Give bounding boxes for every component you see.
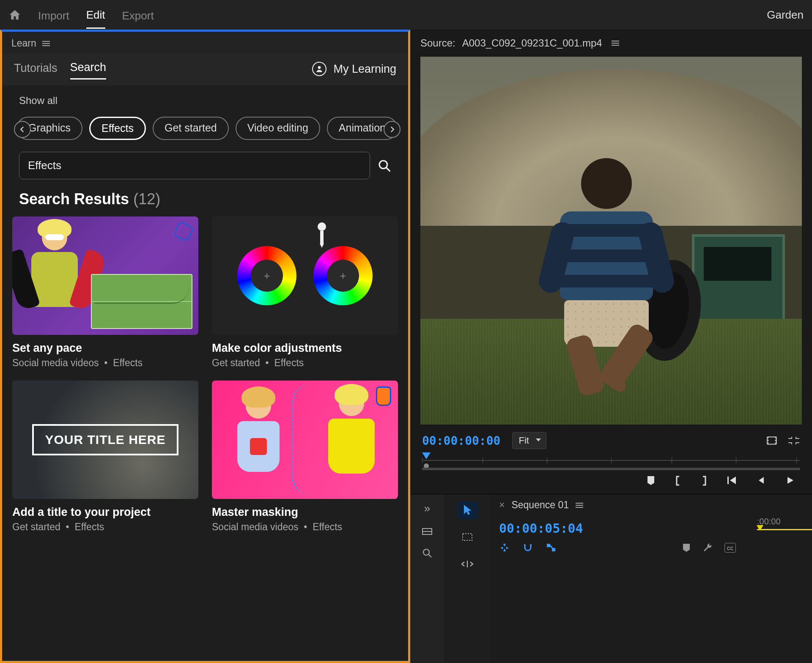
results-heading: Search Results (12) bbox=[2, 188, 408, 216]
selection-tool-icon[interactable] bbox=[457, 501, 477, 519]
svg-rect-9 bbox=[775, 442, 776, 444]
captions-icon[interactable]: cc bbox=[724, 543, 736, 553]
tab-edit[interactable]: Edit bbox=[86, 1, 105, 29]
source-timecode[interactable]: 00:00:00:00 bbox=[422, 434, 500, 448]
search-icon[interactable] bbox=[378, 159, 391, 173]
svg-line-17 bbox=[428, 554, 431, 557]
thumbnail bbox=[212, 381, 398, 499]
linked-selection-icon[interactable] bbox=[546, 542, 557, 553]
svg-point-0 bbox=[318, 66, 321, 69]
subtab-search[interactable]: Search bbox=[70, 58, 107, 79]
source-label: Source: bbox=[420, 37, 455, 49]
wrench-icon[interactable] bbox=[702, 542, 713, 553]
card-title: Master masking bbox=[212, 506, 398, 519]
eyedropper-icon bbox=[316, 222, 328, 244]
chip-scroll-left[interactable] bbox=[14, 121, 31, 138]
clip-tool-icon[interactable] bbox=[422, 527, 433, 536]
card-meta: Social media videos • Effects bbox=[212, 521, 398, 533]
tab-import[interactable]: Import bbox=[38, 2, 69, 28]
card-title: Make color adjustments bbox=[212, 342, 398, 355]
tab-export[interactable]: Export bbox=[122, 2, 154, 28]
card-title: Set any pace bbox=[12, 342, 198, 355]
panel-menu-icon[interactable] bbox=[42, 41, 50, 46]
thumbnail bbox=[212, 216, 398, 335]
chip-video-editing[interactable]: Video editing bbox=[236, 117, 320, 140]
source-monitor-area: Source: A003_C092_09231C_001.mp4 bbox=[410, 30, 812, 663]
snap-icon[interactable] bbox=[499, 542, 510, 553]
transport-controls bbox=[410, 467, 812, 494]
thumbnail: YOUR TITLE HERE bbox=[12, 381, 198, 499]
timeline-timecode[interactable]: 00:00:05:04 bbox=[499, 521, 736, 536]
tutorial-card[interactable]: Make color adjustments Get started • Eff… bbox=[212, 216, 398, 369]
sequence-name[interactable]: Sequence 01 bbox=[511, 499, 569, 511]
step-back-icon[interactable] bbox=[756, 475, 766, 486]
top-navbar: Import Edit Export Garden bbox=[0, 0, 812, 30]
chip-get-started[interactable]: Get started bbox=[153, 117, 229, 140]
svg-rect-19 bbox=[463, 534, 472, 540]
timeline-ruler[interactable]: :00:00 bbox=[757, 517, 804, 530]
film-strip-icon[interactable] bbox=[766, 436, 777, 445]
svg-marker-21 bbox=[503, 544, 506, 547]
show-all-link[interactable]: Show all bbox=[2, 85, 408, 112]
card-meta: Get started • Effects bbox=[212, 357, 398, 369]
card-meta: Get started • Effects bbox=[12, 521, 198, 533]
thumbnail bbox=[12, 216, 198, 335]
tool-column: » bbox=[410, 494, 444, 663]
panel-title: Learn bbox=[11, 38, 36, 49]
svg-marker-11 bbox=[730, 477, 736, 484]
svg-rect-27 bbox=[547, 544, 550, 547]
subtab-tutorials[interactable]: Tutorials bbox=[14, 59, 58, 79]
chip-effects[interactable]: Effects bbox=[89, 117, 146, 140]
svg-point-1 bbox=[379, 161, 387, 169]
expand-tools-icon[interactable]: » bbox=[424, 502, 430, 515]
home-icon[interactable] bbox=[8, 8, 21, 21]
svg-marker-13 bbox=[787, 477, 793, 484]
zoom-fit-select[interactable]: Fit bbox=[512, 432, 546, 449]
ripple-tool-icon[interactable] bbox=[457, 528, 477, 546]
tutorial-card[interactable]: Master masking Social media videos • Eff… bbox=[212, 381, 398, 533]
svg-marker-12 bbox=[759, 477, 764, 484]
svg-marker-24 bbox=[503, 548, 506, 551]
svg-point-16 bbox=[423, 549, 429, 555]
my-learning-button[interactable]: My Learning bbox=[312, 62, 396, 76]
edit-tools-column bbox=[444, 494, 491, 663]
source-menu-icon[interactable] bbox=[612, 41, 619, 46]
out-bracket-icon[interactable] bbox=[700, 475, 708, 486]
marker-icon[interactable] bbox=[646, 475, 656, 486]
my-learning-label: My Learning bbox=[333, 63, 396, 76]
search-input[interactable] bbox=[19, 152, 370, 179]
svg-rect-7 bbox=[775, 437, 776, 438]
learn-panel: Learn Tutorials Search My Learning Show … bbox=[0, 30, 410, 663]
magnet-icon[interactable] bbox=[523, 542, 533, 553]
close-icon[interactable]: × bbox=[499, 499, 505, 511]
svg-line-2 bbox=[386, 167, 390, 171]
sequence-menu-icon[interactable] bbox=[576, 503, 583, 508]
slip-tool-icon[interactable] bbox=[457, 555, 477, 573]
marker-icon[interactable] bbox=[682, 543, 691, 552]
chip-scroll-right[interactable] bbox=[384, 121, 401, 138]
tutorial-card[interactable]: YOUR TITLE HERE Add a title to your proj… bbox=[12, 381, 198, 533]
svg-marker-23 bbox=[506, 547, 509, 549]
in-bracket-icon[interactable] bbox=[674, 475, 682, 486]
user-icon bbox=[312, 62, 326, 76]
search-tool-icon[interactable] bbox=[422, 548, 432, 558]
svg-rect-5 bbox=[767, 440, 768, 441]
video-preview[interactable] bbox=[420, 57, 802, 425]
project-name: Garden bbox=[767, 8, 804, 22]
source-filename: A003_C092_09231C_001.mp4 bbox=[462, 37, 602, 49]
title-placeholder: YOUR TITLE HERE bbox=[32, 424, 178, 455]
source-ruler[interactable] bbox=[422, 454, 800, 467]
go-to-in-icon[interactable] bbox=[727, 475, 738, 486]
svg-rect-4 bbox=[767, 437, 768, 438]
svg-marker-18 bbox=[464, 505, 472, 515]
filter-chips: Graphics Effects Get started Video editi… bbox=[2, 112, 408, 148]
svg-rect-10 bbox=[727, 477, 729, 484]
tutorial-card[interactable]: Set any pace Social media videos • Effec… bbox=[12, 216, 198, 369]
play-icon[interactable] bbox=[785, 475, 795, 486]
svg-marker-22 bbox=[500, 547, 503, 549]
card-title: Add a title to your project bbox=[12, 506, 198, 519]
card-meta: Social media videos • Effects bbox=[12, 357, 198, 369]
svg-rect-8 bbox=[775, 440, 776, 441]
svg-rect-6 bbox=[767, 442, 768, 444]
insert-overwrite-icon[interactable] bbox=[787, 436, 800, 445]
